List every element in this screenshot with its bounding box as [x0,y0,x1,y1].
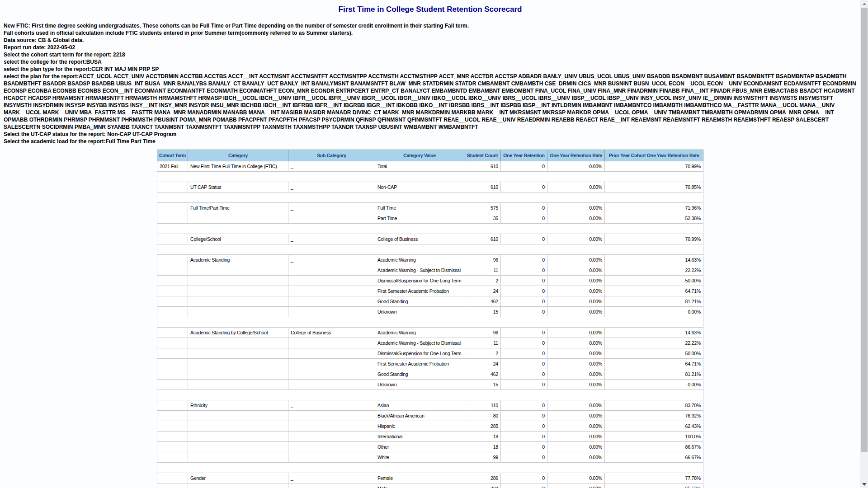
cell: 0.00% [547,359,605,369]
cell: _ [288,473,375,483]
cell: Hispanic [375,421,464,432]
cell [157,411,188,421]
info-line: select the plan type for the report:CER … [4,66,857,73]
cell: 0 [501,348,547,359]
cell: Unknown [375,307,464,317]
cell [188,307,288,317]
table-row: First Semester Academic Probation2400.00… [157,359,703,369]
spacer-cell [157,172,703,182]
column-header: Student Count [464,150,501,161]
report-info: New FTIC: First time degree seeking unde… [4,22,857,145]
cell: 0 [501,442,547,452]
cell: _ [288,203,375,213]
info-line: select the college for the report:BUSA [4,58,857,66]
cell: Part Time [375,213,464,224]
cell: 0 [501,369,547,380]
cell: Non-CAP [375,182,464,192]
cell: International [375,432,464,442]
spacer-cell [157,317,703,328]
cell: College/School [188,234,288,244]
cell [157,286,188,296]
spacer-cell [157,224,703,234]
retention-table: Cohort TermCategorySub CategoryCategory … [157,150,703,488]
column-header: Category Value [375,150,464,161]
cell: Male [375,483,464,488]
table-body: 2021 FallNew First-Time Full-Time in Col… [157,161,703,488]
cell: First Semester Academic Probation [375,286,464,296]
info-line: Select the cohort start term for the rep… [4,51,857,58]
cell: _ [288,234,375,244]
cell: 0 [501,182,547,192]
cell [157,255,188,265]
table-row: Academic Warning - Subject to Dismissal1… [157,265,703,276]
cell: 0 [501,400,547,411]
cell: 0 [501,338,547,348]
table-row: Good Standing46200.00%81.21% [157,296,703,307]
cell: 0.00% [605,307,703,317]
cell: 0.00% [547,296,605,307]
cell: 11 [464,338,501,348]
cell: Asian [375,400,464,411]
cell [157,203,188,213]
cell [188,452,288,463]
cell: 22.22% [605,265,703,276]
cell: 2 [464,348,501,359]
cell: 0 [501,161,547,172]
column-header: Sub Category [288,150,375,161]
cell: 110 [464,400,501,411]
cell: 0.00% [547,338,605,348]
cell [288,432,375,442]
table-row: Good Standing46200.00%81.21% [157,369,703,380]
cell: 324 [464,483,501,488]
cell: 0.00% [547,421,605,432]
scroll-down-icon [862,483,867,486]
cell: 0 [501,234,547,244]
cell [188,483,288,488]
column-header: Cohort Term [157,150,188,161]
cell: 70.99% [605,161,703,172]
cell: 81.21% [605,369,703,380]
cell: 80 [464,411,501,421]
table-row: Hispanic28500.00%62.43% [157,421,703,432]
cell [288,421,375,432]
table-row: Black/African American8000.00%76.92% [157,411,703,421]
cell: 96 [464,328,501,338]
cell: 2021 Fall [157,161,188,172]
cell: 0.00% [547,234,605,244]
cell [157,296,188,307]
cell: 71.96% [605,203,703,213]
cell [157,265,188,276]
table-row: Academic Warning - Subject to Dismissal1… [157,338,703,348]
cell [188,338,288,348]
vertical-scrollbar[interactable] [860,0,868,488]
cell [188,369,288,380]
spacer-row [157,244,703,255]
cell: 462 [464,369,501,380]
cell: 0 [501,432,547,442]
cell [157,182,188,192]
cell: 0.00% [547,213,605,224]
table-row: 2021 FallNew First-Time Full-Time in Col… [157,161,703,172]
cell [157,234,188,244]
cell [157,452,188,463]
scrollbar-thumb[interactable] [861,8,868,452]
cell: Dismissal/Suspension for One Long Term [375,348,464,359]
cell: 610 [464,161,501,172]
cell: 0 [501,203,547,213]
table-row: Academic Standing_Academic Warning9600.0… [157,255,703,265]
cell: 0.00% [547,255,605,265]
cell [188,380,288,390]
cell: 50.00% [605,348,703,359]
scrollbar-up-button[interactable] [860,0,868,8]
cell: 0.00% [547,411,605,421]
cell [188,276,288,286]
cell: 0.00% [547,380,605,390]
table-row: Full Time/Part Time_Full Time57500.00%71… [157,203,703,213]
cell [157,276,188,286]
cell [288,213,375,224]
table-row: Other1800.00%86.67% [157,442,703,452]
scrollbar-down-button[interactable] [860,480,868,488]
spacer-row [157,390,703,400]
cell [188,348,288,359]
page-title: First Time in College Student Retention … [0,5,860,14]
